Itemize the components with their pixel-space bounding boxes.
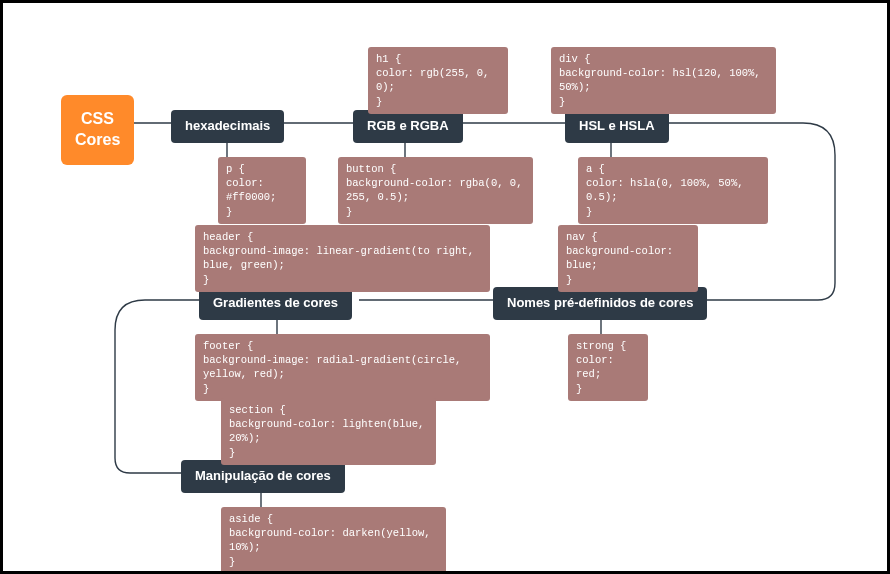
leaf-rgba-button: button { background-color: rgba(0, 0, 25…	[338, 157, 533, 224]
leaf-hsla-a: a { color: hsla(0, 100%, 50%, 0.5); }	[578, 157, 768, 224]
leaf-aside-darken: aside { background-color: darken(yellow,…	[221, 507, 446, 574]
branch-gradientes: Gradientes de cores	[199, 287, 352, 320]
leaf-rgb-h1: h1 { color: rgb(255, 0, 0); }	[368, 47, 508, 114]
root-node: CSS Cores	[61, 95, 134, 165]
leaf-hex-example: p { color: #ff0000; }	[218, 157, 306, 224]
branch-hsl-hsla: HSL e HSLA	[565, 110, 669, 143]
branch-hexadecimais: hexadecimais	[171, 110, 284, 143]
leaf-hsl-div: div { background-color: hsl(120, 100%, 5…	[551, 47, 776, 114]
leaf-nav-blue: nav { background-color: blue; }	[558, 225, 698, 292]
leaf-strong-red: strong { color: red; }	[568, 334, 648, 401]
leaf-header-linear-gradient: header { background-image: linear-gradie…	[195, 225, 490, 292]
leaf-section-lighten: section { background-color: lighten(blue…	[221, 398, 436, 465]
branch-rgb-rgba: RGB e RGBA	[353, 110, 463, 143]
leaf-footer-radial-gradient: footer { background-image: radial-gradie…	[195, 334, 490, 401]
branch-nomes-predefinidos: Nomes pré-definidos de cores	[493, 287, 707, 320]
branch-manipulacao: Manipulação de cores	[181, 460, 345, 493]
